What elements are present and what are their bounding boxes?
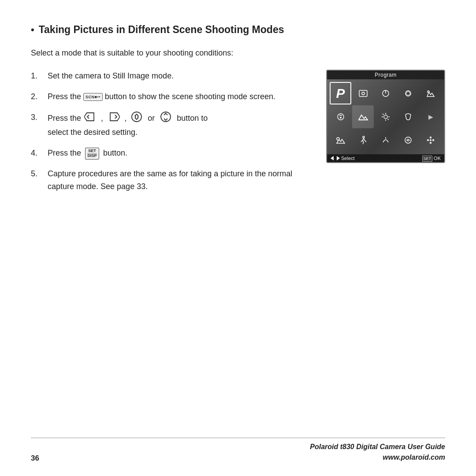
arrow-left-icon bbox=[331, 156, 334, 160]
step-3: 3. Press the , bbox=[31, 111, 313, 139]
brand-line-1: Polaroid t830 Digital Camera User Guide bbox=[310, 442, 445, 452]
step-2-num: 2. bbox=[31, 90, 43, 103]
step-2-content: Press the SCN■•• button to show the scen… bbox=[48, 90, 313, 103]
footer-select-label: Select bbox=[341, 156, 355, 161]
svg-point-24 bbox=[430, 139, 431, 141]
page-title: • Taking Pictures in Different Scene Sho… bbox=[31, 24, 445, 36]
mode-icon-11 bbox=[330, 129, 351, 152]
steps-area: 1. Set the camera to Still Image mode. 2… bbox=[31, 70, 445, 201]
footer-ok-label: OK bbox=[434, 156, 441, 161]
mode-icon-snowflake bbox=[420, 129, 442, 152]
svg-point-13 bbox=[384, 115, 387, 119]
mode-icon-running bbox=[352, 129, 374, 152]
screen-footer-right: SET OK bbox=[422, 156, 441, 161]
mode-icon-5 bbox=[420, 82, 442, 104]
mode-icon-4 bbox=[398, 82, 419, 104]
mode-icon-10: ▶ bbox=[420, 105, 442, 128]
step-5-content: Capture procedures are the same as for t… bbox=[48, 167, 313, 193]
mode-icon-14 bbox=[398, 129, 419, 152]
step-4: 4. Press the SET DISP button. bbox=[31, 147, 313, 160]
step-4-content: Press the SET DISP button. bbox=[48, 147, 313, 160]
nav-circular-icon bbox=[160, 111, 171, 126]
nav-left-icon bbox=[84, 112, 97, 126]
svg-line-19 bbox=[387, 119, 389, 120]
svg-point-26 bbox=[430, 142, 431, 144]
step-3-or: or bbox=[148, 114, 155, 123]
screen-footer: Select SET OK bbox=[327, 154, 444, 162]
comma-separator-2: , bbox=[124, 114, 126, 123]
comma-separator: , bbox=[101, 114, 103, 123]
nav-updown-icon: ⬆⬇ bbox=[131, 111, 142, 126]
svg-text:⬆⬇: ⬆⬇ bbox=[134, 115, 139, 118]
title-text: Taking Pictures in Different Scene Shoot… bbox=[39, 24, 284, 36]
step-3-content: Press the , bbox=[48, 111, 313, 139]
step-3-text-after-2: select the desired setting. bbox=[48, 128, 138, 137]
step-2-text-before: Press the bbox=[48, 92, 81, 101]
mode-icons-grid: P bbox=[327, 79, 444, 154]
svg-rect-5 bbox=[359, 90, 367, 97]
mode-icon-mountain bbox=[352, 105, 374, 128]
step-2: 2. Press the SCN■•• button to show the s… bbox=[31, 90, 313, 103]
page-number: 36 bbox=[31, 454, 39, 463]
mode-icon-2 bbox=[352, 82, 374, 104]
svg-point-21 bbox=[363, 136, 364, 138]
svg-marker-1 bbox=[110, 113, 120, 121]
svg-line-18 bbox=[383, 114, 384, 115]
mode-icon-6 bbox=[330, 105, 351, 128]
step-5: 5. Capture procedures are the same as fo… bbox=[31, 167, 313, 193]
step-4-num: 4. bbox=[31, 147, 43, 160]
screen-header: Program bbox=[327, 71, 444, 79]
svg-point-10 bbox=[428, 91, 429, 93]
scroll-indicator: ▶ bbox=[428, 113, 433, 120]
footer-brand: Polaroid t830 Digital Camera User Guide … bbox=[310, 442, 445, 463]
mode-icon-3 bbox=[375, 82, 396, 104]
p-letter: P bbox=[336, 86, 345, 101]
mode-icon-13 bbox=[375, 129, 396, 152]
mode-icon-9 bbox=[398, 105, 419, 128]
step-2-text-after: button to show the scene shooting mode s… bbox=[105, 92, 275, 101]
step-1: 1. Set the camera to Still Image mode. bbox=[31, 70, 313, 82]
step-1-num: 1. bbox=[31, 70, 43, 82]
step-3-text-after: button to bbox=[177, 114, 208, 123]
set-disp-button-icon: SET DISP bbox=[85, 148, 99, 160]
scn-button-icon: SCN■•• bbox=[83, 93, 103, 101]
step-4-text-before: Press the bbox=[48, 149, 81, 157]
svg-point-12 bbox=[340, 117, 342, 119]
svg-point-6 bbox=[362, 92, 364, 95]
subtitle: Select a mode that is suitable to your s… bbox=[31, 47, 445, 59]
set-label: SET bbox=[422, 156, 433, 162]
svg-point-23 bbox=[405, 137, 411, 143]
step-3-num: 3. bbox=[31, 111, 43, 124]
svg-point-27 bbox=[428, 140, 429, 141]
mode-icon-sun bbox=[375, 105, 396, 128]
page-footer: 36 Polaroid t830 Digital Camera User Gui… bbox=[31, 438, 445, 463]
step-3-text-before: Press the bbox=[48, 114, 81, 123]
nav-right-icon bbox=[108, 112, 120, 126]
steps-list: 1. Set the camera to Still Image mode. 2… bbox=[31, 70, 313, 201]
step-4-text-after: button. bbox=[103, 149, 127, 157]
step-5-num: 5. bbox=[31, 167, 43, 180]
bullet-point: • bbox=[31, 24, 34, 36]
step-1-content: Set the camera to Still Image mode. bbox=[48, 70, 313, 82]
svg-marker-0 bbox=[84, 113, 94, 121]
mode-program-icon: P bbox=[330, 82, 351, 104]
page-content: • Taking Pictures in Different Scene Sho… bbox=[0, 0, 476, 227]
screen-footer-left: Select bbox=[331, 156, 355, 161]
screen-body: P bbox=[327, 79, 444, 154]
camera-screen: Program P bbox=[326, 70, 445, 163]
svg-point-20 bbox=[337, 138, 339, 140]
svg-point-28 bbox=[433, 140, 434, 141]
arrow-right-icon bbox=[337, 156, 340, 160]
svg-point-25 bbox=[430, 137, 431, 138]
brand-line-2: www.polaroid.com bbox=[310, 452, 445, 463]
